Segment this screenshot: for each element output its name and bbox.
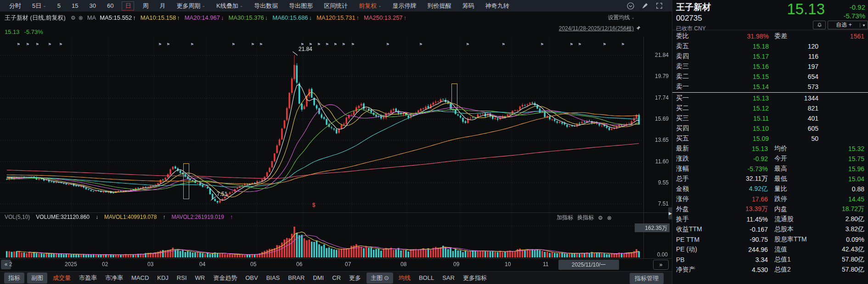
- expand-right-button[interactable]: »: [653, 260, 669, 270]
- toolbar-item-神奇九转[interactable]: 神奇九转: [480, 1, 515, 11]
- event-marker-icon[interactable]: ⚑: [603, 42, 606, 47]
- add-indicator-button[interactable]: 加指标: [557, 214, 573, 222]
- indicator-item-副图[interactable]: 副图: [27, 273, 47, 284]
- indicator-item-主图[interactable]: 主图⊙: [366, 273, 393, 284]
- toolbar-item-日[interactable]: 日: [122, 1, 134, 11]
- panel-collapse-handle[interactable]: ▶: [668, 207, 672, 219]
- indicator-item-CR[interactable]: CR: [328, 273, 345, 283]
- toolbar-item-导出数据[interactable]: 导出数据: [248, 1, 283, 11]
- visible-date-range[interactable]: 2024/11/28-2025/12/16(256根): [559, 25, 641, 33]
- toolbar-item-30[interactable]: 30: [84, 1, 101, 10]
- orderbook-row-卖五[interactable]: 卖五15.18120: [672, 41, 868, 51]
- vol-settings-gear-icon[interactable]: ⚙: [598, 215, 603, 221]
- orderbook-row-买四[interactable]: 买四15.10605: [672, 123, 868, 134]
- event-marker-icon[interactable]: ⚑: [569, 42, 573, 47]
- orderbook-row-卖四[interactable]: 卖四15.17116: [672, 51, 868, 61]
- event-marker-icon[interactable]: ⚑: [419, 42, 423, 47]
- indicator-item-BIAS[interactable]: BIAS: [262, 273, 284, 283]
- indicator-item-BRAR[interactable]: BRAR: [284, 273, 309, 283]
- dropdown-circle-icon[interactable]: [627, 2, 634, 10]
- event-marker-icon[interactable]: ⚑: [190, 42, 194, 47]
- indicator-manage-button[interactable]: 指标管理: [630, 273, 664, 284]
- indicator-item-BOLL[interactable]: BOLL: [415, 273, 438, 283]
- event-marker-icon[interactable]: ⚑: [333, 42, 337, 47]
- indicator-settings-gear-icon[interactable]: ⚙: [71, 15, 76, 21]
- event-marker-icon[interactable]: ⚑: [578, 42, 581, 47]
- toolbar-item-显示停牌[interactable]: 显示停牌: [387, 1, 422, 11]
- current-price-summary: 15.13 -5.73%: [5, 28, 43, 35]
- indicator-item-成交量[interactable]: 成交量: [49, 273, 75, 284]
- toolbar-item-前复权[interactable]: 前复权⌄: [353, 1, 387, 11]
- event-marker-icon[interactable]: ⚑: [540, 42, 544, 47]
- stat-value: 57.80亿: [818, 256, 864, 264]
- ma-settings-button[interactable]: 设置均线 ⌄: [608, 14, 635, 22]
- indicator-item-SAR[interactable]: SAR: [438, 273, 459, 283]
- orderbook-row-买一[interactable]: 买一15.131344: [672, 93, 868, 103]
- event-marker-icon[interactable]: ⚑: [251, 42, 254, 47]
- orderbook-row-卖二[interactable]: 卖二15.15654: [672, 72, 868, 82]
- indicator-item-更多[interactable]: 更多: [345, 273, 365, 284]
- indicator-item-市盈率[interactable]: 市盈率: [75, 273, 101, 284]
- event-marker-icon[interactable]: ⚑: [26, 42, 29, 47]
- event-marker-icon[interactable]: ⚑: [502, 42, 505, 47]
- event-marker-icon[interactable]: ⚑: [351, 42, 355, 47]
- event-marker-icon[interactable]: ⚑: [621, 42, 625, 47]
- switch-indicator-button[interactable]: 换指标: [577, 214, 594, 222]
- event-marker-icon[interactable]: ⚑: [386, 42, 389, 47]
- indicator-item-MACD[interactable]: MACD: [127, 273, 153, 283]
- indicator-item-指标[interactable]: 指标: [4, 273, 24, 284]
- indicator-item-WR[interactable]: WR: [191, 273, 209, 283]
- toolbar-item-更多周期[interactable]: 更多周期⌄: [171, 1, 211, 11]
- toolbar-item-筹码[interactable]: 筹码: [457, 1, 480, 11]
- toolbar-item-月[interactable]: 月: [154, 1, 171, 11]
- event-marker-icon[interactable]: ⚑: [342, 42, 345, 47]
- date-range-text: 2024/11/28-2025/12/16(256根): [559, 25, 634, 33]
- orderbook-row-买二[interactable]: 买二15.12821: [672, 103, 868, 113]
- toolbar-item-导出图形[interactable]: 导出图形: [283, 1, 318, 11]
- event-marker-icon[interactable]: ⚑: [259, 42, 263, 47]
- volume-pane-tools: 加指标 换指标 ⚙ ⊗: [557, 214, 612, 222]
- indicator-item-OBV[interactable]: OBV: [241, 273, 262, 283]
- orderbook-level-label: 买二: [676, 104, 697, 112]
- orderbook-row-卖三[interactable]: 卖三15.16197: [672, 61, 868, 72]
- draw-tools-icon[interactable]: [642, 2, 648, 9]
- toolbar-item-15[interactable]: 15: [66, 1, 84, 10]
- event-marker-icon[interactable]: ⚑: [158, 42, 162, 47]
- event-marker-icon[interactable]: ⚑: [325, 42, 329, 47]
- toolbar-item-到价提醒[interactable]: 到价提醒: [422, 1, 457, 11]
- orderbook-row-卖一[interactable]: 卖一15.14573: [672, 82, 868, 92]
- pin-icon[interactable]: [636, 25, 641, 32]
- toolbar-item-分时[interactable]: 分时: [4, 1, 27, 11]
- toolbar-item-区间统计[interactable]: 区间统计: [318, 1, 353, 11]
- toolbar-item-K线叠加[interactable]: K线叠加⌄: [211, 1, 248, 11]
- vol-indicator-name[interactable]: VOL(5,10): [5, 214, 30, 220]
- stat-value: 0.09%: [818, 236, 864, 243]
- event-marker-icon[interactable]: ⚑: [231, 42, 235, 47]
- toolbar-item-5[interactable]: 5: [52, 1, 66, 10]
- event-marker-icon[interactable]: ⚑: [317, 42, 321, 47]
- indicator-item-更多指标[interactable]: 更多指标: [459, 273, 491, 284]
- event-marker-icon[interactable]: ⚑: [35, 42, 39, 47]
- event-marker-icon[interactable]: ⚑: [59, 42, 62, 47]
- toolbar-item-60[interactable]: 60: [101, 1, 119, 10]
- orderbook-row-买三[interactable]: 买三15.11401: [672, 113, 868, 123]
- orderbook-row-买五[interactable]: 买五15.0950: [672, 134, 868, 144]
- indicator-item-市净率[interactable]: 市净率: [101, 273, 127, 284]
- add-watchlist-button[interactable]: 自选 + ▾: [828, 21, 868, 29]
- indicator-item-均线[interactable]: 均线: [395, 273, 415, 284]
- event-marker-icon[interactable]: ⚑: [466, 42, 469, 47]
- indicator-close-icon[interactable]: ⊗: [79, 15, 83, 21]
- toolbar-item-周[interactable]: 周: [137, 1, 154, 11]
- price-alert-bell-button[interactable]: [813, 21, 826, 29]
- event-marker-icon[interactable]: ⚑: [166, 42, 170, 47]
- dividend-marker-icon[interactable]: $: [312, 202, 316, 208]
- toolbar-item-5日[interactable]: 5日⌄: [27, 1, 52, 11]
- indicator-item-KDJ[interactable]: KDJ: [153, 273, 173, 283]
- indicator-item-资金趋势[interactable]: 资金趋势: [209, 273, 241, 284]
- indicator-item-DMI[interactable]: DMI: [309, 273, 328, 283]
- indicator-item-RSI[interactable]: RSI: [173, 273, 191, 283]
- vol-close-icon[interactable]: ⊗: [607, 215, 612, 221]
- event-marker-icon[interactable]: ⚑: [48, 42, 51, 47]
- event-marker-icon[interactable]: ⚑: [17, 42, 20, 47]
- fullscreen-icon[interactable]: [656, 2, 663, 9]
